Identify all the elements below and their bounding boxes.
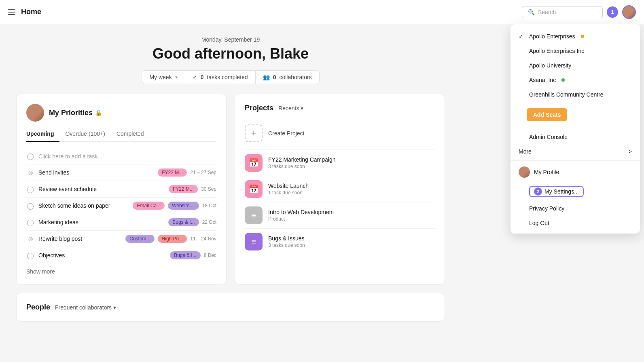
task-row[interactable]: ⊗ Send invites FY22 M... 21 – 27 Sep [26,164,216,181]
divider [511,160,640,161]
tasks-completed-label: tasks completed [207,74,248,80]
notification-badge[interactable]: 1 [607,6,618,18]
task-row[interactable]: ◯ Sketch some ideas on paper Email Ca...… [26,198,216,214]
workspace-item-apollo-enterprises[interactable]: ✓ Apollo Enterprises [511,29,640,44]
main-content: Monday, September 19 Good afternoon, Bla… [0,24,461,334]
tab-upcoming[interactable]: Upcoming [26,128,59,142]
workspace-name: Apollo Enterprises [529,33,575,40]
workspace-item-apollo-enterprises-inc[interactable]: Apollo Enterprises Inc [511,44,640,58]
priorities-title: My Priorities 🔒 [49,109,102,117]
priorities-header: My Priorities 🔒 [26,104,216,122]
workspace-name: Asana, Inc [529,77,556,83]
priorities-title-group: My Priorities 🔒 [49,109,102,117]
task-tag: Email Ca... [133,202,165,210]
frequent-collaborators-button[interactable]: Frequent collaborators ▾ [55,304,116,311]
tasks-completed-section: ✓ 0 tasks completed [185,71,256,84]
show-more-button[interactable]: Show more [26,268,216,275]
admin-console-item[interactable]: Admin Console [511,130,640,144]
task-check-icon: ◯ [26,252,34,259]
people-title: People [26,303,50,311]
task-row[interactable]: ◯ Objectives Bugs & I... 8 Dec [26,247,216,263]
my-settings-label: My Settings... [544,188,579,195]
search-bar[interactable]: 🔍 Search [522,6,603,18]
header-left: Home [8,8,41,16]
my-settings-item[interactable]: 2 My Settings... [511,182,640,201]
recents-button[interactable]: Recents ▾ [278,105,303,112]
avatar[interactable] [622,5,636,19]
tab-completed[interactable]: Completed [111,128,150,142]
task-row[interactable]: ◯ Marketing ideas Bugs & I... 22 Oct [26,214,216,231]
search-placeholder: Search [538,9,556,15]
create-project-button[interactable]: + Create Project [245,120,435,146]
workspace-item-greenhills[interactable]: Greenhills Community Centre [511,87,640,102]
task-tag: Bugs & I... [170,251,200,259]
chevron-down-icon: ▾ [301,105,303,112]
priorities-avatar [26,104,44,122]
task-list: ◯ Click here to add a task... ⊗ Send inv… [26,148,216,263]
workspace-name: Apollo Enterprises Inc [529,48,584,54]
project-icon: 📅 [245,180,263,198]
cards-row: My Priorities 🔒 Upcoming Overdue (100+) … [16,94,445,285]
log-out-item[interactable]: Log Out [511,216,640,230]
task-tag: FY22 M... [158,168,187,177]
workspace-item-asana-inc[interactable]: Asana, Inc [511,73,640,87]
task-wait-icon: ⊗ [26,169,34,177]
greeting-title: Good afternoon, Blake [16,45,445,62]
project-row[interactable]: ≡ Intro to Web Development Product [245,202,435,228]
collaborators-label: collaborators [279,74,311,80]
task-row[interactable]: ◯ Review event schedule FY22 M... 30 Sep [26,181,216,198]
week-bar: My week ▾ ✓ 0 tasks completed 👥 0 collab… [142,70,319,84]
workspace-item-apollo-university[interactable]: Apollo University [511,58,640,73]
header: Home 🔍 Search 1 [0,0,644,24]
page-title: Home [21,8,41,16]
avatar-face [623,6,635,18]
task-tag: Bugs & I... [168,218,199,226]
frequent-label: Frequent collaborators [55,304,112,311]
task-row[interactable]: ⊗ Rewrite blog post Custom... High Pri..… [26,231,216,247]
my-profile-label: My Profile [534,169,559,175]
my-week-section[interactable]: My week ▾ [142,71,185,84]
status-dot [561,78,565,82]
projects-card: Projects Recents ▾ + Create Project 📅 FY… [235,94,445,285]
task-tag: Custom... [125,235,154,243]
create-project-icon: + [245,124,263,142]
task-tag: Website ... [168,202,199,210]
project-row[interactable]: 📅 FY22 Marketing Campaign 3 tasks due so… [245,149,435,176]
task-check-icon: ◯ [26,202,34,210]
chevron-down-icon: ▾ [175,75,178,80]
chevron-down-icon: ▾ [113,304,116,311]
project-icon: 📅 [245,154,263,172]
privacy-policy-item[interactable]: Privacy Policy [511,201,640,216]
projects-title: Projects [245,104,273,112]
profile-avatar [519,166,530,178]
add-task-icon: ◯ [26,152,34,160]
tab-overdue[interactable]: Overdue (100+) [59,128,110,142]
check-icon: ✓ [519,33,525,40]
workspace-name: Greenhills Community Centre [529,91,604,98]
more-item[interactable]: More > [511,144,640,159]
project-row[interactable]: ≡ Bugs & Issues 3 tasks due soon [245,228,435,255]
chevron-right-icon: > [629,148,632,155]
add-task-placeholder[interactable]: Click here to add a task... [38,153,102,160]
my-week-label: My week [149,74,172,80]
more-label: More [519,148,532,155]
tasks-count: 0 [201,74,204,80]
collaborators-icon: 👥 [263,74,270,80]
my-profile-item[interactable]: My Profile [511,162,640,182]
menu-icon[interactable] [8,9,15,15]
priorities-tabs: Upcoming Overdue (100+) Completed [26,128,216,142]
collaborators-count: 0 [273,74,276,80]
add-task-row[interactable]: ◯ Click here to add a task... [26,148,216,164]
header-right: 🔍 Search 1 [522,5,636,19]
search-icon: 🔍 [528,9,535,15]
create-project-label: Create Project [268,130,304,137]
divider [511,128,640,128]
project-icon: ≡ [245,233,263,250]
project-row[interactable]: 📅 Website Launch 1 task due soon [245,176,435,202]
settings-badge-number: 2 [534,187,542,196]
greeting-section: Monday, September 19 Good afternoon, Bla… [16,36,445,84]
task-wait-icon: ⊗ [26,235,34,243]
add-seats-button[interactable]: Add Seats [527,108,567,121]
settings-badge: 2 My Settings... [529,186,584,197]
task-check-icon: ◯ [26,219,34,226]
